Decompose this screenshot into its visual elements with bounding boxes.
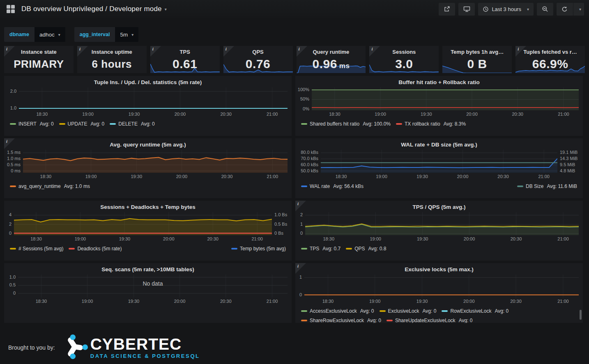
legend-item[interactable]: WAL rateAvg: 56.4 kBs bbox=[301, 183, 364, 189]
x-tick-label: 19:30 bbox=[416, 299, 428, 304]
legend-item[interactable]: RowExclusiveLockAvg: 0 bbox=[442, 308, 508, 314]
panel-title[interactable]: Seq. scans (5m rate, >10MB tables) bbox=[4, 263, 292, 274]
stat-value: PRIMARY bbox=[4, 55, 74, 73]
x-tick-label: 19:30 bbox=[119, 236, 131, 241]
y-axis: 100%50%0% bbox=[295, 87, 312, 110]
x-tick-label: 20:00 bbox=[176, 174, 188, 179]
y-tick-label: 0 bbox=[300, 231, 303, 236]
panel-info-icon[interactable] bbox=[515, 46, 526, 57]
legend-swatch-icon bbox=[387, 320, 393, 321]
legend-series-avg: Avg: 0 bbox=[367, 318, 381, 323]
right-axis bbox=[288, 275, 292, 298]
x-tick-label: 19:00 bbox=[369, 299, 381, 304]
legend-item[interactable]: DELETEAvg: 0 bbox=[110, 121, 155, 127]
panel-info-icon[interactable] bbox=[369, 46, 380, 57]
title-caret-icon[interactable]: ▾ bbox=[165, 7, 167, 11]
right-axis bbox=[579, 275, 583, 298]
legend-item[interactable]: ShareUpdateExclusiveLockAvg: 0 bbox=[387, 318, 473, 323]
panel-info-icon[interactable] bbox=[223, 46, 234, 57]
legend-item[interactable]: avg_query_runtimeAvg: 1.0 ms bbox=[10, 183, 90, 189]
panel-title[interactable]: WAL rate + DB size (5m avg.) bbox=[295, 138, 583, 149]
cybertec-logo-text: CYBERTEC DATA SCIENCE & POSTGRESQL bbox=[90, 337, 200, 359]
cycle-view-button[interactable] bbox=[458, 3, 475, 16]
panel-title[interactable]: Avg. query runtime (5m avg.) bbox=[4, 138, 292, 149]
variable-agg-interval-value[interactable]: 5m▾ bbox=[115, 27, 138, 42]
panel-info-icon[interactable] bbox=[4, 46, 15, 57]
legend-item[interactable]: Deadlocks (5m rate) bbox=[69, 246, 122, 252]
x-tick-label: 20:00 bbox=[457, 174, 469, 179]
x-tick-label: 18:30 bbox=[336, 174, 347, 179]
legend-series-avg: Avg: 0 bbox=[360, 308, 374, 314]
legend: AccessExclusiveLockAvg: 0ExclusiveLockAv… bbox=[301, 308, 577, 323]
y-tick-label: 1.5 ms bbox=[7, 150, 21, 155]
x-tick-label: 18:30 bbox=[36, 299, 47, 304]
stat-title[interactable]: Temp bytes 1h avg… bbox=[442, 49, 512, 55]
variable-dbname-value[interactable]: adhoc▾ bbox=[35, 27, 65, 42]
legend-item[interactable]: Shared buffers hit ratioAvg: 100.0% bbox=[301, 121, 391, 127]
right-axis: 1.0 Bs0.5 Bs0 Bs bbox=[272, 212, 292, 235]
panel-info-icon[interactable] bbox=[4, 138, 15, 149]
panel-info-icon[interactable] bbox=[77, 46, 88, 57]
legend-item[interactable]: ShareRowExclusiveLockAvg: 0 bbox=[301, 318, 381, 323]
panel-info-icon[interactable] bbox=[150, 46, 161, 57]
panel-title[interactable]: TPS / QPS (5m avg.) bbox=[295, 201, 583, 211]
legend-item[interactable]: INSERTAvg: 0 bbox=[10, 121, 54, 127]
x-tick-label: 18:30 bbox=[30, 236, 42, 241]
panel-title[interactable]: Sessions + Deadlocks + Temp bytes bbox=[4, 201, 292, 211]
legend-item[interactable]: TX rollback ratioAvg: 8.3% bbox=[396, 121, 466, 127]
stat-value: 66.9% bbox=[515, 55, 585, 73]
x-tick-label: 19:30 bbox=[129, 112, 140, 117]
legend-item[interactable]: TPSAvg: 0.7 bbox=[301, 246, 341, 252]
y-tick-label: 0.5 bbox=[9, 282, 16, 287]
legend-series-name: Shared buffers hit ratio bbox=[310, 121, 359, 127]
x-tick-label: 21:00 bbox=[558, 112, 569, 117]
legend-swatch-icon bbox=[59, 123, 65, 125]
x-tick-label: 19:00 bbox=[370, 236, 381, 241]
dashboard-title[interactable]: DB overview Unprivileged / Developer mod… bbox=[21, 5, 162, 13]
y-axis: 2.01.0 bbox=[4, 87, 19, 110]
x-tick-label: 20:30 bbox=[510, 299, 522, 304]
legend-series-avg: Avg: 0 bbox=[459, 318, 473, 323]
legend-item[interactable]: QPSAvg: 0.8 bbox=[346, 246, 386, 252]
refresh-button[interactable] bbox=[557, 3, 573, 16]
right-tick-label: 9.5 MiB bbox=[560, 162, 575, 167]
agg-interval-caret-icon: ▾ bbox=[131, 32, 133, 37]
monitor-icon bbox=[463, 6, 470, 12]
dashboard-grid-icon[interactable] bbox=[7, 5, 15, 13]
legend-series-avg: Avg: 56.4 kBs bbox=[333, 183, 364, 189]
legend-item[interactable]: ExclusiveLockAvg: 0 bbox=[380, 308, 437, 314]
footer: Brought to you by: CYBERTEC DATA SCIENCE… bbox=[8, 334, 589, 361]
refresh-interval-button[interactable]: ▾ bbox=[573, 3, 584, 16]
legend-swatch-icon bbox=[301, 248, 307, 250]
stat-qps: QPS 0.76 bbox=[223, 46, 293, 73]
time-range-picker[interactable]: Last 3 hours ▾ bbox=[478, 3, 534, 16]
x-tick-label: 21:00 bbox=[267, 299, 278, 304]
legend-swatch-icon bbox=[10, 248, 16, 250]
zoom-out-button[interactable] bbox=[537, 3, 553, 16]
x-tick-label: 18:30 bbox=[329, 112, 341, 117]
legend-item[interactable]: DB SizeAvg: 11.6 MiB bbox=[517, 183, 577, 189]
panel-title[interactable]: Buffer hit ratio + Rollback ratio bbox=[295, 76, 583, 87]
panel-info-icon[interactable] bbox=[295, 263, 306, 274]
x-tick-label: 21:00 bbox=[538, 174, 550, 179]
x-tick-label: 19:30 bbox=[131, 174, 143, 179]
stat-query-runtime: Query runtime 0.96ms bbox=[297, 46, 366, 73]
panel-title[interactable]: Tuple Ins. / Upd. / Del. statistics (5m … bbox=[4, 76, 292, 87]
right-axis bbox=[579, 87, 583, 110]
panel-info-icon[interactable] bbox=[295, 201, 306, 211]
share-button[interactable] bbox=[439, 3, 455, 16]
legend-item[interactable]: # Sessions (5m avg) bbox=[10, 246, 63, 252]
panel-title[interactable]: Exclusive locks (5m max.) bbox=[295, 263, 583, 274]
legend-series-name: ShareRowExclusiveLock bbox=[310, 318, 364, 323]
legend-series-name: avg_query_runtime bbox=[18, 183, 61, 189]
legend-item[interactable]: UPDATEAvg: 0 bbox=[59, 121, 105, 127]
x-tick-label: 20:30 bbox=[511, 236, 522, 241]
panel-info-icon[interactable] bbox=[297, 46, 307, 57]
legend-scrollbar[interactable] bbox=[580, 310, 582, 320]
legend: # Sessions (5m avg)Deadlocks (5m rate)Te… bbox=[10, 246, 286, 252]
variable-agg-interval: agg_interval 5m▾ bbox=[74, 27, 138, 42]
legend-item[interactable]: Temp bytes (5m avg) bbox=[231, 246, 286, 252]
legend-item[interactable]: AccessExclusiveLockAvg: 0 bbox=[301, 308, 374, 314]
panel-tuple-stats: Tuple Ins. / Upd. / Del. statistics (5m … bbox=[4, 76, 292, 136]
stat-value: 0.96ms bbox=[297, 55, 366, 73]
